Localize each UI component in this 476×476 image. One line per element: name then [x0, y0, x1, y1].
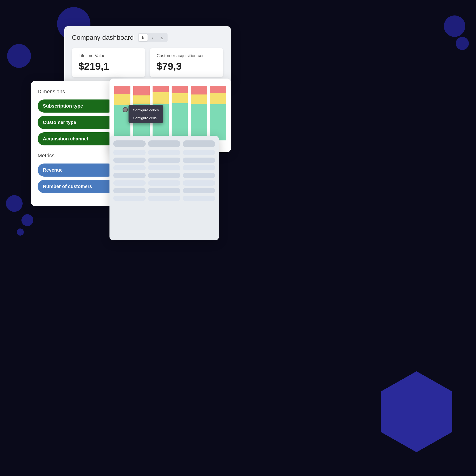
bar-segment-yellow-2	[153, 92, 169, 104]
table-cell	[113, 188, 146, 193]
table-row	[113, 150, 215, 155]
lifetime-value-amount: $219,1	[79, 61, 138, 72]
table-row	[113, 188, 215, 193]
table-cell	[183, 157, 215, 163]
bar-segment-green-3	[171, 103, 188, 140]
deco-circle-4	[456, 37, 469, 50]
table-cell	[148, 173, 180, 178]
bar-group-5	[210, 86, 226, 140]
table-cell	[148, 157, 180, 163]
table-header-col-1	[113, 140, 146, 147]
bar-segment-yellow-1	[133, 95, 150, 104]
bar-group-3	[171, 86, 188, 140]
acquisition-channel-button[interactable]: Acquisition channel	[38, 132, 115, 145]
table-row	[113, 157, 215, 163]
bar-segment-green-5	[210, 104, 226, 140]
bar-segment-red-1	[133, 86, 150, 95]
dashboard-card: Company dashboard B i u Lifetime Value $…	[64, 26, 231, 86]
underline-button[interactable]: u	[158, 34, 167, 41]
metrics-section-label: Metrics	[38, 153, 115, 159]
text-toolbar: B i u	[138, 33, 168, 42]
table-cell	[183, 196, 215, 201]
table-cell	[148, 165, 180, 170]
bar-segment-yellow-3	[171, 93, 188, 103]
dashboard-title: Company dashboard	[72, 34, 134, 41]
acquisition-cost-card: Customer acquisition cost $79,3	[150, 48, 223, 77]
lifetime-value-label: Lifetime Value	[79, 53, 138, 58]
table-cell	[113, 180, 146, 186]
deco-circle-3	[444, 16, 465, 37]
bar-group-4	[191, 86, 207, 140]
deco-hexagon	[381, 371, 452, 452]
bar-segment-red-5	[210, 86, 226, 93]
dimensions-section-label: Dimensions	[38, 88, 115, 95]
acquisition-cost-label: Customer acquisition cost	[157, 53, 217, 58]
table-cell	[113, 165, 146, 170]
bar-segment-yellow-4	[191, 95, 207, 104]
acquisition-cost-amount: $79,3	[157, 61, 217, 72]
deco-circle-7	[17, 228, 24, 236]
table-cell	[183, 165, 215, 170]
table-cell	[148, 188, 180, 193]
bar-segment-yellow-0	[114, 94, 130, 105]
lifetime-value-card: Lifetime Value $219,1	[72, 48, 145, 77]
context-menu-trigger[interactable]	[122, 107, 128, 112]
table-rows	[113, 150, 215, 201]
configure-colors-item[interactable]: Configure colors	[129, 106, 163, 114]
context-menu: Configure colors Configure drills	[129, 105, 163, 123]
table-cell	[113, 196, 146, 201]
table-header-col-2	[148, 140, 180, 147]
table-cell	[148, 150, 180, 155]
deco-circle-5	[6, 195, 23, 212]
table-row	[113, 196, 215, 201]
table-cell	[113, 150, 146, 155]
bar-segment-yellow-5	[210, 93, 226, 104]
table-cell	[113, 157, 146, 163]
table-row	[113, 165, 215, 170]
metrics-section: Metrics Revenue Number of customers	[38, 153, 115, 193]
table-cell	[183, 150, 215, 155]
deco-circle-6	[21, 214, 33, 226]
table-header-row	[113, 140, 215, 147]
table-cell	[148, 196, 180, 201]
revenue-button[interactable]: Revenue	[38, 164, 115, 177]
table-cell	[183, 180, 215, 186]
number-of-customers-button[interactable]: Number of customers	[38, 180, 115, 193]
customer-type-button[interactable]: Customer type	[38, 116, 115, 129]
bar-group-0	[114, 86, 130, 140]
dimensions-panel: Dimensions Subscription type Customer ty…	[31, 81, 121, 206]
table-cell	[113, 173, 146, 178]
table-row	[113, 180, 215, 186]
metrics-row: Lifetime Value $219,1 Customer acquisiti…	[72, 48, 223, 77]
table-header-col-3	[183, 140, 215, 147]
configure-drills-item[interactable]: Configure drills	[129, 114, 163, 122]
table-cell	[148, 180, 180, 186]
italic-button[interactable]: i	[149, 34, 157, 41]
bar-segment-red-4	[191, 86, 207, 95]
bar-segment-red-0	[114, 86, 130, 94]
table-cell	[183, 188, 215, 193]
table-panel	[109, 136, 219, 240]
table-row	[113, 173, 215, 178]
bar-segment-red-2	[153, 86, 169, 92]
subscription-type-button[interactable]: Subscription type	[38, 100, 115, 113]
bold-button[interactable]: B	[139, 34, 148, 41]
bar-segment-green-0	[114, 105, 130, 141]
table-cell	[183, 173, 215, 178]
dashboard-header: Company dashboard B i u	[72, 33, 223, 42]
deco-circle-2	[7, 44, 31, 68]
bar-segment-red-3	[171, 86, 188, 93]
bar-segment-green-4	[191, 104, 207, 140]
